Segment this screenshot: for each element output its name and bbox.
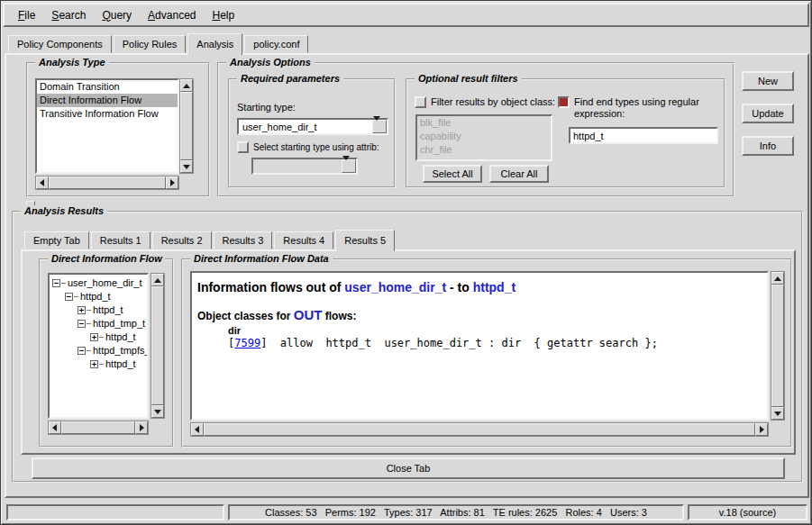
scroll-down-button[interactable] bbox=[180, 160, 193, 173]
scroll-left-button[interactable] bbox=[49, 421, 61, 434]
list-item-domain-transition[interactable]: Domain Transition bbox=[37, 80, 178, 94]
combo-arrow-button[interactable] bbox=[342, 159, 356, 173]
analysis-options-title: Analysis Options bbox=[226, 57, 315, 68]
scroll-down-button[interactable] bbox=[771, 407, 784, 420]
tree-node[interactable]: +httpd_t bbox=[50, 303, 147, 317]
attrib-combobox[interactable] bbox=[251, 158, 358, 175]
scroll-right-button[interactable] bbox=[166, 177, 178, 189]
tree-node[interactable]: +httpd_t bbox=[50, 358, 147, 371]
menu-bar: File Search Query Advanced Help bbox=[3, 3, 809, 27]
tab-results-3[interactable]: Results 3 bbox=[214, 231, 273, 249]
filter-by-class-row: Filter results by object class: bbox=[415, 96, 555, 108]
tree-expander[interactable]: + bbox=[90, 360, 98, 368]
scroll-thumb[interactable] bbox=[61, 421, 135, 434]
tab-results-5[interactable]: Results 5 bbox=[335, 230, 395, 251]
tab-empty-tab[interactable]: Empty Tab bbox=[24, 231, 89, 249]
combo-arrow-button[interactable] bbox=[372, 120, 387, 133]
flow-tree-vscroll[interactable] bbox=[151, 273, 165, 419]
tab-policy-rules[interactable]: Policy Rules bbox=[114, 35, 187, 53]
menu-search[interactable]: Search bbox=[43, 6, 94, 24]
list-item-transitive-information-flow[interactable]: Transitive Information Flow bbox=[37, 107, 178, 121]
tab-policy-components[interactable]: Policy Components bbox=[8, 35, 112, 53]
menu-query[interactable]: Query bbox=[94, 6, 140, 24]
tab-analysis[interactable]: Analysis bbox=[187, 33, 242, 55]
scroll-thumb[interactable] bbox=[151, 286, 164, 405]
new-button[interactable]: New bbox=[742, 71, 794, 91]
scroll-thumb[interactable] bbox=[771, 285, 784, 407]
scroll-thumb[interactable] bbox=[180, 92, 193, 160]
filter-by-class-checkbox[interactable] bbox=[415, 96, 426, 108]
scroll-down-button[interactable] bbox=[151, 405, 164, 418]
scroll-left-button[interactable] bbox=[191, 423, 204, 436]
scroll-right-button[interactable] bbox=[135, 421, 148, 434]
flow-data-text[interactable]: Information flows out of user_home_dir_t… bbox=[190, 271, 769, 421]
flow-tree-hscroll[interactable] bbox=[48, 421, 149, 435]
result-subhead: Object classes for OUT flows: bbox=[197, 307, 762, 322]
tree-expander[interactable]: − bbox=[52, 279, 60, 287]
analysis-type-vscroll[interactable] bbox=[179, 78, 194, 174]
required-parameters-title: Required parameters bbox=[237, 73, 343, 84]
arrow-down-icon bbox=[183, 165, 190, 169]
arrow-down-icon bbox=[154, 410, 161, 414]
flow-data-vscroll[interactable] bbox=[771, 271, 785, 421]
flow-tree-title: Direct Information Flow T bbox=[48, 253, 165, 264]
menu-file-label: ile bbox=[24, 9, 35, 22]
tree-expander[interactable]: − bbox=[78, 320, 86, 328]
status-panel-version: v.18 (source) bbox=[688, 504, 807, 520]
list-item-blk-file[interactable]: blk_file bbox=[417, 116, 551, 130]
analysis-results-title: Analysis Results bbox=[21, 205, 107, 216]
scroll-left-button[interactable] bbox=[36, 177, 49, 189]
tree-node-label: httpd_t bbox=[105, 330, 136, 344]
rule-number-link[interactable]: 7599 bbox=[234, 337, 260, 349]
arrow-right-icon bbox=[760, 426, 764, 433]
starting-type-value: user_home_dir_t bbox=[242, 121, 317, 134]
close-tab-button[interactable]: Close Tab bbox=[32, 457, 785, 479]
flow-data-group: Direct Information Flow Data Information… bbox=[181, 258, 792, 448]
analysis-page: Analysis Type Domain Transition Direct I… bbox=[5, 53, 809, 498]
analysis-type-hscroll[interactable] bbox=[35, 176, 179, 190]
tab-results-4[interactable]: Results 4 bbox=[274, 231, 333, 249]
scroll-right-button[interactable] bbox=[755, 423, 768, 436]
chevron-down-icon bbox=[373, 116, 380, 136]
tree-node[interactable]: −httpd_tmp_t bbox=[50, 317, 147, 330]
select-all-button[interactable]: Select All bbox=[423, 165, 482, 183]
menu-file[interactable]: File bbox=[10, 6, 43, 24]
tree-node[interactable]: −httpd_tmpfs_t bbox=[50, 344, 147, 358]
tree-expander[interactable]: − bbox=[65, 293, 73, 301]
headline-middle: - to bbox=[446, 280, 473, 294]
tree-expander[interactable]: − bbox=[78, 347, 86, 355]
list-item-capability[interactable]: capability bbox=[417, 130, 551, 143]
arrow-right-icon bbox=[170, 179, 175, 186]
info-button[interactable]: Info bbox=[742, 136, 794, 156]
attrib-checkbox[interactable] bbox=[237, 141, 249, 153]
tab-results-1[interactable]: Results 1 bbox=[91, 231, 151, 249]
tree-expander[interactable]: + bbox=[78, 306, 86, 314]
starting-type-combobox[interactable]: user_home_dir_t bbox=[237, 118, 388, 135]
clear-all-button[interactable]: Clear All bbox=[489, 165, 549, 183]
scroll-thumb[interactable] bbox=[204, 423, 755, 436]
flow-data-hscroll[interactable] bbox=[190, 422, 769, 437]
list-item-chr-file[interactable]: chr_file bbox=[417, 143, 551, 157]
tree-expander[interactable]: + bbox=[90, 333, 98, 341]
scroll-up-button[interactable] bbox=[151, 274, 164, 286]
menu-help[interactable]: Help bbox=[204, 6, 242, 24]
menu-query-label: uery bbox=[111, 9, 132, 22]
headline-prefix: Information flows out of bbox=[197, 280, 344, 294]
list-item-direct-information-flow[interactable]: Direct Information Flow bbox=[37, 94, 178, 107]
scroll-up-button[interactable] bbox=[771, 272, 784, 285]
main-tab-bar: Policy Components Policy Rules Analysis … bbox=[8, 33, 310, 53]
scroll-up-button[interactable] bbox=[180, 79, 193, 92]
arrow-down-icon bbox=[774, 412, 781, 416]
tree-node[interactable]: −httpd_t bbox=[50, 290, 147, 303]
tab-policy-conf[interactable]: policy.conf bbox=[244, 35, 308, 53]
update-button[interactable]: Update bbox=[742, 104, 794, 123]
app-window: File Search Query Advanced Help Policy C… bbox=[0, 0, 812, 525]
menu-advanced[interactable]: Advanced bbox=[140, 6, 204, 24]
scroll-thumb[interactable] bbox=[49, 177, 166, 189]
tree-node[interactable]: +httpd_t bbox=[50, 330, 147, 344]
regex-input[interactable] bbox=[569, 127, 718, 144]
tab-results-2[interactable]: Results 2 bbox=[152, 231, 212, 249]
tree-node[interactable]: −user_home_dir_t bbox=[50, 276, 147, 290]
regex-checkbox[interactable] bbox=[558, 96, 570, 108]
arrow-up-icon bbox=[774, 276, 781, 281]
